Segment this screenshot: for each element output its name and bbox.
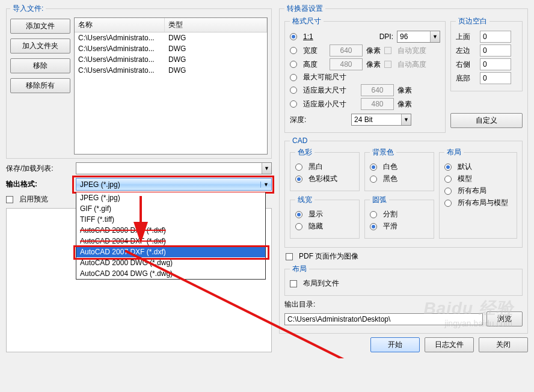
converter-settings: 转换器设置 格式尺寸 1:1 DPI: 96▼ 宽度 像素 [279,4,528,334]
output-dir-label: 输出目录: [284,299,315,310]
output-format-dropdown[interactable]: JPEG (*.jpg)GIF (*.gif)TIFF (*.tiff)Auto… [76,192,266,280]
format-size-group: 格式尺寸 1:1 DPI: 96▼ 宽度 像素 自动宽度 [284,16,446,133]
enable-preview-label: 启用预览 [19,194,48,204]
table-header: 名称 类型 [75,18,267,32]
dropdown-item[interactable]: AutoCAD 2007 DXF (*.dxf) [76,247,265,257]
layout-default-radio[interactable] [444,164,452,171]
add-file-button[interactable]: 添加文件 [10,19,70,34]
chevron-down-icon[interactable]: ▼ [262,163,271,174]
lw-show-radio[interactable] [295,211,302,218]
output-format-label: 输出格式: [6,179,72,189]
import-legend: 导入文件: [10,4,46,14]
dropdown-item[interactable]: AutoCAD 2000 DWG (*.dwg) [76,257,265,268]
start-button[interactable]: 开始 [370,337,420,352]
width-input[interactable] [330,44,363,57]
layout-model-radio[interactable] [444,176,452,183]
margins-group: 页边空白 上面 左边 右侧 底部 [450,16,523,91]
output-dir-input[interactable] [284,313,483,325]
chevron-down-icon[interactable]: ▼ [401,114,411,125]
bg-black-radio[interactable] [370,176,377,183]
layout-allmodel-radio[interactable] [444,200,452,207]
ratio-1-1-radio[interactable] [290,33,297,40]
import-files-group: 导入文件: 添加文件 加入文件夹 移除 移除所有 名称 类型 C:\Users\… [6,4,272,159]
dpi-combo[interactable]: 96▼ [397,31,440,43]
output-format-combo[interactable]: JPEG (*.jpg) ▼ [76,178,272,191]
remove-button[interactable]: 移除 [10,58,70,73]
file-list[interactable]: 名称 类型 C:\Users\Administrato...DWGC:\User… [74,17,268,155]
fit-min-input[interactable] [361,98,394,110]
max-possible-radio[interactable] [290,74,297,81]
auto-height-check [384,61,391,68]
table-row[interactable]: C:\Users\Administrato...DWG [75,54,267,65]
depth-combo[interactable]: 24 Bit▼ [351,114,411,126]
height-input[interactable] [330,58,363,70]
layout-to-file-check[interactable] [290,280,297,287]
converter-legend: 转换器设置 [284,4,325,14]
cell-type: DWG [165,54,189,65]
dropdown-item[interactable]: AutoCAD 2004 DXF (*.dxf) [76,236,265,247]
bg-white-radio[interactable] [370,164,377,171]
enable-preview-checkbox[interactable] [6,196,13,203]
margin-bottom-input[interactable] [480,72,511,84]
chevron-down-icon[interactable]: ▼ [260,182,271,188]
dropdown-item[interactable]: AutoCAD 2000 DXF (*.dxf) [76,225,265,236]
dropdown-item[interactable]: GIF (*.gif) [76,203,265,214]
height-radio[interactable] [290,61,297,68]
col-type[interactable]: 类型 [165,18,267,32]
margin-left-input[interactable] [480,44,511,57]
save-load-list-combo[interactable]: ▼ [76,162,272,174]
layout-all-radio[interactable] [444,188,452,195]
table-row[interactable]: C:\Users\Administrato...DWG [75,32,267,43]
width-radio[interactable] [290,47,297,54]
cell-name: C:\Users\Administrato... [75,54,165,65]
customize-button[interactable]: 自定义 [450,113,523,128]
cad-group: CAD 色彩 黑白 色彩模式 线宽 显示 隐藏 背景色 白色 黑色 [284,136,523,248]
fit-min-radio[interactable] [290,100,297,108]
browse-button[interactable]: 浏览 [486,311,523,326]
cell-type: DWG [165,43,189,54]
dropdown-item[interactable]: JPEG (*.jpg) [76,192,265,203]
dropdown-item[interactable]: TIFF (*.tiff) [76,214,265,225]
fit-max-radio[interactable] [290,87,297,94]
margin-top-input[interactable] [480,31,511,43]
margin-right-input[interactable] [480,58,511,70]
log-button[interactable]: 日志文件 [425,337,474,352]
chevron-down-icon[interactable]: ▼ [430,31,440,42]
cell-name: C:\Users\Administrato... [75,32,165,43]
cell-type: DWG [165,65,189,76]
color-mode-radio[interactable] [295,176,302,183]
close-button[interactable]: 关闭 [479,337,528,352]
add-folder-button[interactable]: 加入文件夹 [10,38,70,54]
arc-smooth-radio[interactable] [370,223,377,230]
cell-type: DWG [165,32,189,43]
fit-max-input[interactable] [361,84,394,96]
table-row[interactable]: C:\Users\Administrato...DWG [75,43,267,54]
table-row[interactable]: C:\Users\Administrato...DWG [75,65,267,76]
remove-all-button[interactable]: 移除所有 [10,78,70,93]
lw-hide-radio[interactable] [295,223,302,230]
cell-name: C:\Users\Administrato... [75,43,165,54]
arc-split-radio[interactable] [370,211,377,218]
color-bw-radio[interactable] [295,164,302,171]
auto-width-check [384,47,391,54]
save-load-list-label: 保存/加载列表: [6,164,72,174]
layout-group: 布局 布局到文件 [284,264,523,296]
dropdown-item[interactable]: AutoCAD 2004 DWG (*.dwg) [76,268,265,279]
output-format-value: JPEG (*.jpg) [76,180,260,189]
cell-name: C:\Users\Administrato... [75,65,165,76]
pdf-as-image-check[interactable] [286,253,293,260]
col-name[interactable]: 名称 [75,18,165,32]
